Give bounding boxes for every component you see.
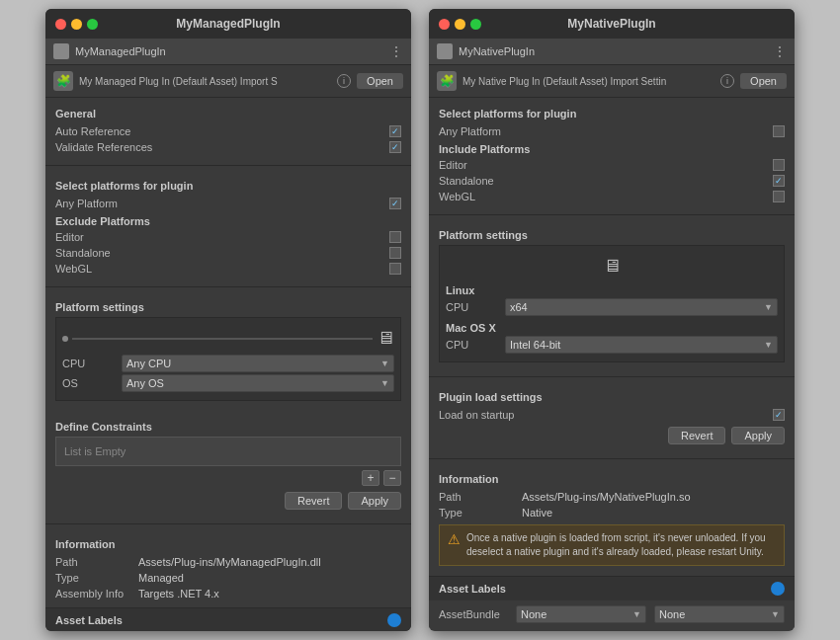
p2-asset-labels-icon[interactable] [771,582,785,596]
title-bar-managed: MyManagedPlugIn [45,9,411,39]
maximize-dot-2[interactable] [470,19,481,30]
plus-minus-row: + − [55,470,401,486]
panel1-sub-header: 🧩 My Managed Plug In (Default Asset) Imp… [45,65,411,98]
os-select[interactable]: Any OS ▼ [122,374,394,392]
assembly-value: Targets .NET 4.x [138,588,219,600]
type-row: Type Managed [55,570,401,586]
p2-asset-bundle-select2[interactable]: None ▼ [654,605,785,623]
any-platform-checkbox[interactable] [389,198,401,209]
auto-reference-label: Auto Reference [55,125,383,137]
editor-checkbox[interactable] [389,231,401,243]
webgl-label: WebGL [55,263,383,275]
validate-references-label: Validate References [55,141,383,153]
general-section: General Auto Reference Validate Referenc… [45,98,411,161]
any-platform-label: Any Platform [55,198,383,209]
asset-labels-text: Asset Labels [55,614,123,626]
assembly-row: Assembly Info Targets .NET 4.x [55,586,401,601]
p2-cpu2-arrow: ▼ [764,340,773,350]
p2-editor-checkbox[interactable] [773,159,785,171]
asset-labels-icon[interactable] [387,613,401,627]
monitor-icon: 🖥 [377,328,394,349]
p2-plugin-load-section: Plugin load settings Load on startup Rev… [429,381,795,454]
window-controls [55,19,98,30]
p2-editor-row: Editor [439,157,785,173]
close-dot-2[interactable] [439,19,450,30]
panel2-open-button[interactable]: Open [740,73,787,89]
webgl-checkbox[interactable] [389,263,401,275]
p2-cpu2-label: CPU [446,339,505,351]
p2-load-on-startup-label: Load on startup [439,409,767,421]
revert-button[interactable]: Revert [285,492,342,510]
auto-reference-checkbox[interactable] [389,125,401,137]
panel1-sub-header-text: My Managed Plug In (Default Asset) Impor… [79,76,331,87]
p2-path-value: Assets/Plug-ins/MyNativePlugIn.so [522,491,691,503]
auto-reference-row: Auto Reference [55,123,401,139]
p2-asset-bundle-arrow1: ▼ [632,609,641,619]
p2-asset-bundle-select1[interactable]: None ▼ [516,605,646,623]
panel1-open-button[interactable]: Open [357,73,403,89]
panel1-menu-icon[interactable]: ⋮ [389,43,403,59]
maximize-dot[interactable] [87,19,98,30]
os-label: OS [62,377,122,389]
warning-icon: ⚠ [448,531,461,547]
p2-asset-labels-text: Asset Labels [439,583,506,595]
p2-cpu-select[interactable]: x64 ▼ [505,298,778,316]
info-icon-2[interactable]: i [720,74,734,88]
p2-asset-bundle-arrow2: ▼ [771,609,780,619]
p2-information-label: Information [439,473,785,485]
p2-monitor-icon: 🖥 [603,256,621,277]
panel1-title: MyManagedPlugIn [176,17,280,31]
platform-settings-box: 🖥 CPU Any CPU ▼ OS Any OS ▼ [55,317,401,401]
validate-references-checkbox[interactable] [389,141,401,153]
plus-button[interactable]: + [362,470,379,486]
native-plugin-panel: MyNativePlugIn MyNativePlugIn ⋮ 🧩 My Nat… [429,9,795,631]
apply-button[interactable]: Apply [348,492,401,510]
platform-settings-label: Platform settings [55,301,401,313]
close-dot[interactable] [55,19,66,30]
p2-monitor-row: 🖥 [446,252,778,280]
p2-type-row: Type Native [439,505,785,520]
p2-path-row: Path Assets/Plug-ins/MyNativePlugIn.so [439,489,785,505]
p2-any-platform-checkbox[interactable] [773,125,785,137]
p2-webgl-checkbox[interactable] [773,191,785,202]
p2-revert-button[interactable]: Revert [668,427,725,444]
general-label: General [55,108,401,120]
select-platforms-section: Select platforms for plugin Any Platform… [45,170,411,282]
p2-include-platforms-label: Include Platforms [439,143,785,155]
p2-editor-label: Editor [439,159,767,171]
p2-select-platforms-section: Select platforms for plugin Any Platform… [429,98,795,210]
minimize-dot[interactable] [71,19,82,30]
managed-plugin-panel: MyManagedPlugIn MyManagedPlugIn ⋮ 🧩 My M… [45,9,411,631]
p2-apply-button[interactable]: Apply [731,427,785,444]
minus-button[interactable]: − [383,470,401,486]
panel2-header-title: MyNativePlugIn [459,45,767,57]
list-empty-text: List is Empty [64,445,126,457]
panel1-body: MyManagedPlugIn ⋮ 🧩 My Managed Plug In (… [45,39,411,631]
divider-2 [45,286,411,287]
p2-revert-apply-row: Revert Apply [439,423,785,448]
type-key: Type [55,572,134,584]
divider-3 [45,523,411,524]
minimize-dot-2[interactable] [455,19,465,30]
standalone-checkbox[interactable] [389,247,401,259]
panel1-header: MyManagedPlugIn ⋮ [45,39,411,65]
p2-standalone-checkbox[interactable] [773,175,785,187]
panel2-menu-icon[interactable]: ⋮ [773,43,787,59]
p2-cpu2-select[interactable]: Intel 64-bit ▼ [505,336,778,354]
panel2-header: MyNativePlugIn ⋮ [429,39,795,65]
cpu-select[interactable]: Any CPU ▼ [122,355,394,372]
info-icon-1[interactable]: i [337,74,351,88]
p2-any-platform-row: Any Platform [439,123,785,139]
p2-load-on-startup-checkbox[interactable] [773,409,785,421]
divider-1 [45,165,411,166]
validate-references-row: Validate References [55,139,401,155]
information-label: Information [55,538,401,550]
p2-divider-1 [429,214,795,215]
define-constraints-label: Define Constraints [55,421,401,433]
p2-cpu2-row: CPU Intel 64-bit ▼ [446,336,778,354]
webgl-row: WebGL [55,261,401,277]
p2-asset-bundle-label: AssetBundle [439,608,508,620]
title-bar-native: MyNativePlugIn [429,9,795,39]
p2-select-platforms-label: Select platforms for plugin [439,108,785,120]
p2-platform-settings-section: Platform settings 🖥 Linux CPU x64 ▼ Mac … [429,219,795,372]
